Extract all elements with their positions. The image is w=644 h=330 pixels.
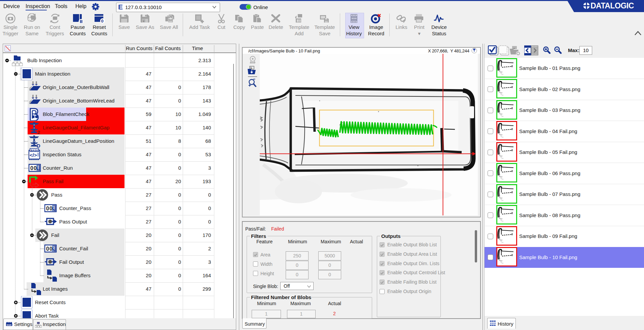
svg-text:!: ! <box>29 18 30 21</box>
svg-text:00: 00 <box>46 246 53 252</box>
svg-text:</>: </> <box>30 152 37 158</box>
svg-text:BASIC: BASIC <box>31 149 39 152</box>
svg-text:2: 2 <box>37 129 40 134</box>
svg-text:DATALOGIC: DATALOGIC <box>591 1 634 10</box>
svg-text:00: 00 <box>30 165 37 171</box>
svg-text:7: 7 <box>53 208 55 212</box>
svg-text:00: 00 <box>46 206 53 211</box>
svg-text:7: 7 <box>37 168 39 171</box>
svg-text:D: D <box>37 143 40 148</box>
svg-text:x: x <box>143 19 145 23</box>
svg-text:7: 7 <box>53 248 55 252</box>
svg-text:IMPACT: IMPACT <box>7 324 13 326</box>
svg-text:0: 0 <box>101 18 104 24</box>
